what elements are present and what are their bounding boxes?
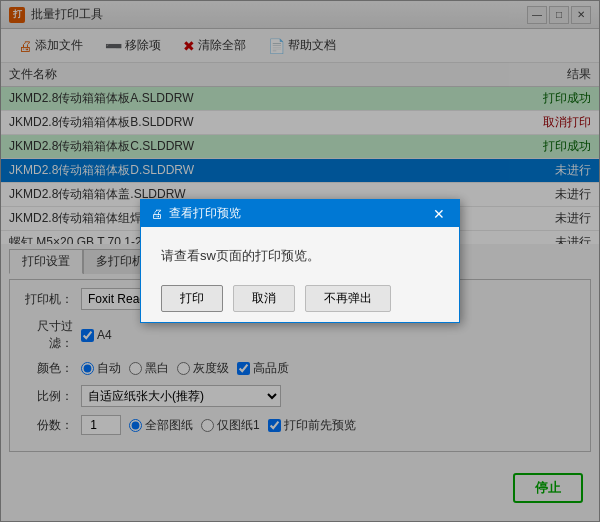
dialog-title-content: 🖨 查看打印预览: [151, 205, 241, 222]
dialog-title-bar: 🖨 查看打印预览 ✕: [141, 200, 459, 227]
dialog-buttons: 打印 取消 不再弹出: [161, 285, 439, 312]
dialog-cancel-button[interactable]: 取消: [233, 285, 295, 312]
dialog-body: 请查看sw页面的打印预览。 打印 取消 不再弹出: [141, 227, 459, 322]
dialog-title-text: 查看打印预览: [169, 205, 241, 222]
dialog-no-popup-button[interactable]: 不再弹出: [305, 285, 391, 312]
dialog-close-button[interactable]: ✕: [429, 206, 449, 222]
dialog-message: 请查看sw页面的打印预览。: [161, 247, 439, 265]
dialog-overlay: 🖨 查看打印预览 ✕ 请查看sw页面的打印预览。 打印 取消 不再弹出: [0, 0, 600, 522]
dialog-title-icon: 🖨: [151, 207, 163, 221]
dialog-print-button[interactable]: 打印: [161, 285, 223, 312]
print-preview-dialog: 🖨 查看打印预览 ✕ 请查看sw页面的打印预览。 打印 取消 不再弹出: [140, 199, 460, 323]
